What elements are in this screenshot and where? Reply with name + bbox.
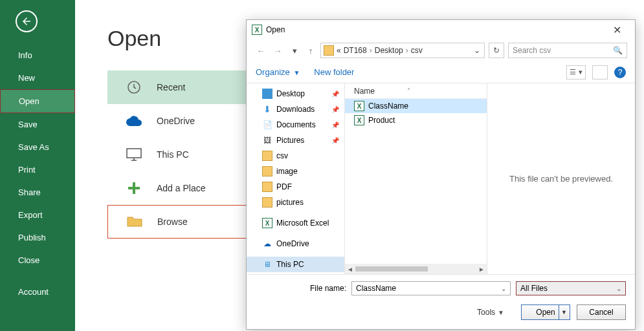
chevron-right-icon: › [370, 46, 372, 55]
tree-image[interactable]: image [247, 164, 344, 179]
svg-rect-1 [127, 149, 141, 158]
sidebar-item-account[interactable]: Account [0, 281, 75, 303]
excel-file-icon: X [354, 101, 364, 111]
dialog-footer: File name: ClassName⌄ All Files⌄ Tools▼ … [247, 274, 635, 329]
file-name-input[interactable]: ClassName⌄ [351, 281, 511, 295]
pin-icon: 📌 [331, 91, 339, 98]
chevron-down-icon[interactable]: ▼ [561, 309, 567, 315]
column-header-name[interactable]: Name˄ [345, 83, 487, 99]
scroll-left-icon[interactable]: ◄ [345, 266, 355, 273]
search-placeholder: Search csv [513, 46, 551, 55]
tree-onedrive[interactable]: ☁OneDrive [247, 236, 344, 251]
tree-pictures[interactable]: 🖼Pictures📌 [247, 133, 344, 148]
pin-icon: 📌 [331, 106, 339, 113]
back-button[interactable] [16, 10, 38, 32]
place-label: Recent [157, 82, 185, 92]
place-label: Browse [157, 217, 188, 227]
clock-icon [126, 79, 142, 96]
folder-icon [262, 182, 272, 192]
close-button[interactable]: ✕ [604, 24, 630, 36]
help-button[interactable]: ? [614, 67, 626, 78]
excel-icon: X [252, 25, 262, 35]
folder-icon [262, 197, 272, 208]
address-dropdown[interactable]: ⌄ [472, 46, 482, 55]
sidebar-item-new[interactable]: New [0, 67, 75, 89]
preview-pane-button[interactable] [592, 65, 608, 80]
excel-icon: X [262, 218, 272, 228]
monitor-icon [126, 146, 142, 163]
chevron-down-icon[interactable]: ⌄ [616, 285, 621, 292]
sort-asc-icon: ˄ [407, 87, 410, 94]
place-label: OneDrive [157, 116, 195, 126]
chevron-right-icon: › [406, 46, 408, 55]
sidebar-item-print[interactable]: Print [0, 158, 75, 181]
preview-message: This file can't be previewed. [509, 174, 613, 184]
sidebar-item-saveas[interactable]: Save As [0, 136, 75, 158]
new-folder-button[interactable]: New folder [314, 67, 354, 77]
horizontal-scrollbar[interactable]: ◄► [345, 264, 487, 274]
file-row[interactable]: XProduct [345, 113, 487, 127]
tree-thispc[interactable]: 🖥This PC [247, 257, 344, 272]
arrow-left-icon [21, 16, 32, 27]
refresh-button[interactable]: ↻ [489, 43, 504, 58]
nav-up[interactable]: ↑ [305, 46, 316, 56]
tree-csv[interactable]: csv [247, 148, 344, 164]
folder-icon [262, 151, 272, 161]
scroll-right-icon[interactable]: ► [476, 266, 487, 273]
breadcrumb-seg[interactable]: Desktop [375, 46, 403, 55]
dialog-title: Open [266, 25, 285, 34]
breadcrumb-prefix: « [337, 46, 341, 55]
desktop-icon [262, 89, 272, 99]
sidebar-item-share[interactable]: Share [0, 181, 75, 204]
view-mode-button[interactable]: ☰ ▾ [566, 65, 586, 80]
nav-back[interactable]: ← [254, 46, 267, 56]
sidebar-item-save[interactable]: Save [0, 113, 75, 136]
dialog-toolbar: Organize ▼ New folder ☰ ▾ ? [247, 61, 635, 83]
file-row[interactable]: XClassName [345, 99, 487, 113]
tools-menu[interactable]: Tools▼ [477, 308, 504, 317]
plus-icon [126, 180, 142, 197]
address-bar[interactable]: « DT168 › Desktop › csv ⌄ [320, 43, 485, 58]
excel-file-icon: X [354, 115, 364, 125]
file-open-dialog: X Open ✕ ← → ▾ ↑ « DT168 › Desktop › csv… [246, 19, 636, 330]
organize-menu[interactable]: Organize ▼ [256, 67, 300, 77]
dialog-navbar: ← → ▾ ↑ « DT168 › Desktop › csv ⌄ ↻ Sear… [247, 39, 635, 61]
place-label: Add a Place [157, 183, 206, 193]
chevron-down-icon[interactable]: ⌄ [501, 285, 506, 292]
tree-documents[interactable]: 📄Documents📌 [247, 117, 344, 133]
folder-icon [324, 45, 334, 56]
chevron-down-icon: ▼ [293, 69, 300, 76]
tree-downloads[interactable]: ⬇Downloads📌 [247, 101, 344, 117]
download-icon: ⬇ [262, 104, 272, 114]
preview-pane: This file can't be previewed. [487, 83, 635, 274]
file-name-label: File name: [256, 284, 346, 293]
folder-open-icon [126, 213, 143, 230]
file-list: Name˄ XClassName XProduct ◄► [345, 83, 487, 274]
backstage-sidebar: Info New Open Save Save As Print Share E… [0, 0, 75, 331]
tree-pdf[interactable]: PDF [247, 179, 344, 195]
chevron-down-icon[interactable]: ▾ [288, 46, 301, 56]
tree-pictures2[interactable]: pictures [247, 195, 344, 210]
tree-desktop[interactable]: Desktop📌 [247, 86, 344, 101]
open-button[interactable]: Open▼ [521, 304, 570, 320]
pin-icon: 📌 [331, 137, 339, 144]
pin-icon: 📌 [331, 122, 339, 129]
monitor-icon: 🖥 [262, 259, 272, 270]
cloud-icon: ☁ [262, 239, 272, 249]
sidebar-item-open[interactable]: Open [0, 89, 75, 113]
breadcrumb-seg[interactable]: csv [411, 46, 423, 55]
search-icon: 🔍 [613, 46, 623, 55]
file-type-select[interactable]: All Files⌄ [516, 281, 626, 295]
nav-tree[interactable]: Desktop📌 ⬇Downloads📌 📄Documents📌 🖼Pictur… [247, 83, 345, 274]
nav-forward[interactable]: → [271, 46, 284, 56]
search-input[interactable]: Search csv 🔍 [508, 43, 627, 58]
document-icon: 📄 [262, 120, 272, 130]
tree-excel[interactable]: XMicrosoft Excel [247, 215, 344, 231]
breadcrumb-seg[interactable]: DT168 [344, 46, 367, 55]
sidebar-item-export[interactable]: Export [0, 204, 75, 226]
sidebar-item-close[interactable]: Close [0, 249, 75, 272]
cancel-button[interactable]: Cancel [577, 304, 626, 320]
pictures-icon: 🖼 [262, 135, 272, 145]
sidebar-item-publish[interactable]: Publish [0, 226, 75, 249]
sidebar-item-info[interactable]: Info [0, 44, 75, 67]
